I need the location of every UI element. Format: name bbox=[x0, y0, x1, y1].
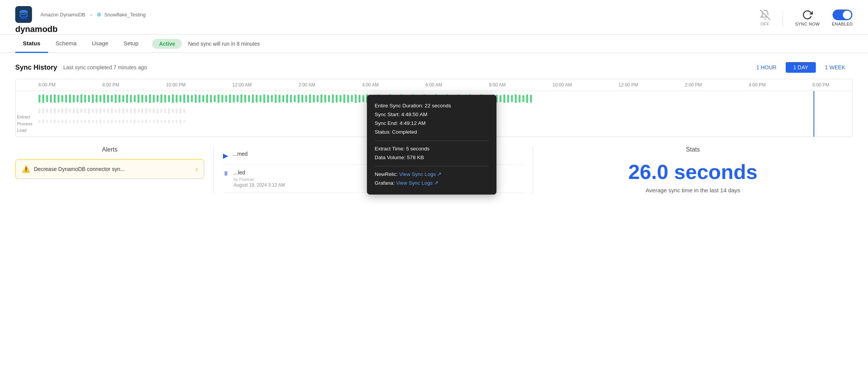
bar bbox=[267, 95, 269, 102]
bar bbox=[362, 95, 364, 102]
bar bbox=[115, 94, 117, 103]
bar bbox=[42, 120, 44, 123]
bar bbox=[119, 95, 120, 102]
bar bbox=[99, 120, 101, 123]
bar bbox=[96, 109, 98, 113]
bar bbox=[122, 120, 124, 123]
bar bbox=[237, 95, 239, 102]
bar bbox=[61, 95, 63, 102]
bar bbox=[73, 120, 75, 123]
tooltip-grafana-link[interactable]: View Sync Logs ↗ bbox=[396, 180, 439, 186]
bar bbox=[301, 95, 303, 102]
bar bbox=[126, 94, 128, 103]
alerts-title: Alerts bbox=[15, 146, 204, 153]
bar bbox=[294, 95, 296, 102]
snowflake-icon: ❄ bbox=[96, 11, 101, 18]
tab-usage[interactable]: Usage bbox=[84, 35, 116, 53]
sync-now-button[interactable]: SYNC NOW bbox=[795, 10, 820, 26]
bar bbox=[149, 109, 151, 113]
bar bbox=[88, 108, 90, 113]
bar bbox=[202, 95, 204, 102]
bar bbox=[58, 120, 59, 123]
bar bbox=[46, 109, 48, 113]
tooltip-newrelic-link[interactable]: View Sync Logs ↗ bbox=[399, 171, 442, 177]
bar bbox=[65, 95, 67, 102]
bar bbox=[73, 95, 75, 102]
tab-status[interactable]: Status bbox=[15, 35, 48, 53]
bar bbox=[160, 109, 162, 113]
bar bbox=[168, 95, 170, 102]
bar bbox=[183, 109, 185, 113]
bar bbox=[179, 120, 181, 123]
bar bbox=[50, 109, 52, 113]
bar bbox=[240, 94, 242, 103]
bar bbox=[279, 95, 280, 102]
bar bbox=[92, 94, 94, 103]
bar bbox=[172, 109, 174, 113]
tooltip-newrelic-label: NewRelic: bbox=[375, 171, 398, 177]
bar bbox=[141, 95, 143, 102]
bar bbox=[530, 95, 532, 102]
bar bbox=[61, 120, 63, 123]
bar bbox=[46, 95, 48, 102]
bar bbox=[336, 95, 338, 102]
bar bbox=[58, 95, 59, 102]
external-link-icon: ↗ bbox=[434, 180, 439, 186]
time-btn-1day[interactable]: 1 DAY bbox=[786, 62, 816, 73]
bar bbox=[99, 95, 101, 102]
bar bbox=[305, 95, 307, 102]
bar bbox=[324, 95, 326, 102]
bar bbox=[73, 109, 75, 113]
bar bbox=[183, 120, 185, 123]
time-label: 12:00 PM bbox=[618, 82, 638, 88]
alert-item[interactable]: ⚠️ Decrease DynamoDB connector syn... › bbox=[15, 159, 204, 179]
breadcrumb-dest: Snowflake_Testing bbox=[104, 12, 146, 18]
bar bbox=[103, 120, 105, 123]
toggle-label: ENABLED bbox=[832, 22, 853, 26]
svg-line-2 bbox=[760, 10, 770, 20]
svg-point-0 bbox=[20, 10, 27, 13]
time-label: 6:00 AM bbox=[426, 82, 442, 88]
bar bbox=[149, 94, 151, 103]
tab-schema[interactable]: Schema bbox=[48, 35, 84, 53]
bar bbox=[157, 120, 159, 123]
bar bbox=[332, 94, 334, 103]
bar bbox=[92, 120, 94, 123]
bar bbox=[500, 95, 501, 102]
bar bbox=[38, 120, 40, 123]
bar bbox=[145, 120, 147, 123]
time-label: 10:00 PM bbox=[166, 82, 186, 88]
enabled-toggle[interactable] bbox=[833, 10, 852, 20]
page-title: dynamodb bbox=[15, 24, 146, 34]
bar bbox=[69, 94, 71, 103]
bar bbox=[77, 108, 78, 113]
next-sync-text: Next sync will run in 8 minutes bbox=[188, 41, 259, 47]
stats-title: Stats bbox=[542, 146, 844, 153]
time-label: 8:00 PM bbox=[102, 82, 119, 88]
bar bbox=[119, 109, 120, 113]
time-label: 12:00 AM bbox=[232, 82, 252, 88]
bar bbox=[256, 95, 258, 102]
tooltip-extract-time: Extract Time: 5 seconds bbox=[375, 145, 489, 153]
external-link-icon: ↗ bbox=[437, 171, 442, 177]
bar bbox=[214, 95, 216, 102]
bar bbox=[107, 109, 109, 113]
bar bbox=[92, 109, 94, 113]
bar bbox=[138, 120, 139, 123]
bar bbox=[50, 95, 52, 102]
bar bbox=[179, 108, 181, 113]
bar bbox=[122, 108, 124, 113]
time-label: 6:00 PM bbox=[812, 82, 830, 88]
bar bbox=[168, 120, 170, 123]
bar bbox=[77, 120, 78, 123]
tab-setup[interactable]: Setup bbox=[116, 35, 146, 53]
bar bbox=[80, 109, 82, 113]
bar bbox=[99, 108, 101, 113]
notifications-off-button[interactable]: OFF bbox=[760, 10, 770, 26]
chart-row-labels: Extract Process Load bbox=[17, 114, 32, 134]
time-btn-1hour[interactable]: 1 HOUR bbox=[749, 62, 784, 73]
bar bbox=[340, 95, 341, 102]
bar bbox=[130, 109, 132, 113]
time-btn-1week[interactable]: 1 WEEK bbox=[817, 62, 853, 73]
sync-history-header: Sync History Last sync completed 7 minut… bbox=[15, 62, 853, 73]
